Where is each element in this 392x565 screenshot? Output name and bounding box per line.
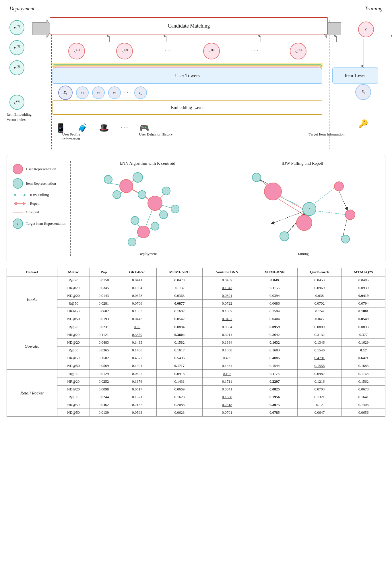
- idw-large-pink-2: [296, 215, 312, 231]
- retail-nd20-youtube: 0.0641: [203, 386, 252, 393]
- books-hr50-youtube: 0.1607: [203, 307, 252, 315]
- knn-pink-3: [137, 226, 150, 238]
- gowalla-nd50-mtmi-dnn: 0.1544: [252, 362, 297, 370]
- eL-circle: eL: [134, 86, 147, 99]
- col-metric: Metric: [57, 268, 90, 276]
- gowalla-hr50-metric: HR@50: [57, 354, 90, 362]
- vu-K: vu(K): [290, 43, 306, 59]
- gowalla-nd50: ND@50 0.0569 0.1494 0.1717 0.1434 0.1544…: [7, 362, 385, 370]
- legend-target: t Target Item Representation: [13, 218, 70, 229]
- gowalla-nd50-metric: ND@50: [57, 362, 90, 370]
- legend-repell-label: Repell: [30, 201, 40, 206]
- gowalla-hr50: HR@50 0.1582 0.4577 0.5496 0.439 0.4086 …: [7, 354, 385, 362]
- retail-r20-metric: R@20: [57, 370, 90, 378]
- books-r50-que2search: 0.0702: [297, 300, 341, 307]
- gowalla-r50-youtube: 0.1388: [203, 347, 252, 354]
- retail-nd50-que2search: 0.0647: [297, 409, 341, 417]
- knn-title: kNN Algorithm with K centroid: [120, 161, 175, 166]
- books-nd20-gru4rec: 0.0378: [118, 292, 156, 300]
- retail-nd50-gru4rec: 0.0593: [118, 409, 156, 417]
- retail-hr50-mtmi-gru: 0.2088: [156, 401, 203, 409]
- user-behavior-label: User Behavior History: [127, 132, 185, 137]
- results-table-wrapper: Dataset Metric Pop GRU4Rec MTMI-GRU Yout…: [7, 268, 385, 417]
- retail-r20-que2search: 0.0982: [297, 370, 341, 378]
- training-label: Training: [365, 6, 383, 12]
- books-nd20-metric: ND@20: [57, 292, 90, 300]
- books-nd20-youtube: 0.0391: [203, 292, 252, 300]
- e3-circle: e3: [108, 86, 121, 99]
- legend-grouped: Grouped: [13, 210, 70, 214]
- gowalla-r50-gru4rec: 0.1458: [118, 347, 156, 354]
- books-r50-mtmi-gru: 0.0877: [156, 300, 203, 307]
- retail-hr20-youtube: 0.1711: [203, 378, 252, 386]
- gowalla-r50: R@50 0.0365 0.1458 0.1617 0.1388 0.1603 …: [7, 347, 385, 354]
- gowalla-hr20-mtmi-gru: 0.3804: [156, 331, 203, 339]
- knn-teal-4: [138, 190, 146, 199]
- idw-bottom-label: Training: [296, 251, 308, 256]
- col-dataset: Dataset: [7, 268, 57, 276]
- svg-line-26: [313, 210, 347, 215]
- idw-column: IDW Pulling and Repell: [225, 161, 379, 256]
- legend-idw: IDW Pulling: [13, 193, 70, 197]
- gowalla-nd50-gru4rec: 0.1494: [118, 362, 156, 370]
- idw-title: IDW Pulling and Repell: [282, 161, 323, 166]
- retail-nd50-mtmi-q2s: 0.0656: [342, 409, 385, 417]
- books-hr50-mtmi-gru: 0.1607: [156, 307, 203, 315]
- retail-nd20-pop: 0.0098: [90, 386, 118, 393]
- books-hr20-mtmi-q2s: 0.0939: [342, 284, 385, 292]
- gowalla-hr50-pop: 0.1582: [90, 354, 118, 362]
- col-mtmi-q2s: MTMI-Q2S: [342, 268, 385, 276]
- svg-line-27: [274, 196, 304, 215]
- retail-nd50-mtmi-gru: 0.0623: [156, 409, 203, 417]
- gowalla-hr50-mtmi-dnn: 0.4086: [252, 354, 297, 362]
- books-r20-youtube: 0.0467: [203, 276, 252, 284]
- retail-nd50-metric: ND@50: [57, 409, 90, 417]
- legend-column: User Representation Item Representation …: [13, 161, 70, 256]
- gowalla-r50-que2search: 0.1546: [297, 347, 341, 354]
- legend-grouped-line: [13, 212, 23, 212]
- idw-teal-bottomleft: [280, 231, 289, 241]
- phone-icon: 📱: [55, 123, 66, 133]
- gowalla-r50-mtmi-q2s: 0.17: [342, 347, 385, 354]
- col-que2search: Que2Search: [297, 268, 341, 276]
- legend-pink-circle: [13, 164, 23, 174]
- gowalla-nd20-gru4rec: 0.1433: [118, 339, 156, 347]
- game-icon: 🎮: [139, 123, 149, 133]
- vi-column: vi(1) vi(2) vi(3) ⋮ vi(N): [9, 20, 24, 110]
- vi-1: vi(1): [9, 20, 24, 35]
- books-r20-que2search: 0.0453: [297, 276, 341, 284]
- books-r50: R@50 0.0281 0.0706 0.0877 0.0722 0.0686 …: [7, 300, 385, 307]
- knn-teal-8: [131, 216, 139, 225]
- gowalla-r20-mtmi-q2s: 0.0893: [342, 323, 385, 331]
- knn-canvas: [98, 169, 198, 249]
- gowalla-nd20-que2search: 0.1346: [297, 339, 341, 347]
- retail-r20-mtmi-gru: 0.0918: [156, 370, 203, 378]
- books-hr50-mtmi-dnn: 0.1594: [252, 307, 297, 315]
- gowalla-r20-mtmi-gru: 0.0884: [156, 323, 203, 331]
- bag-icon: 🧳: [77, 123, 88, 133]
- retail-hr20-metric: HR@20: [57, 378, 90, 386]
- books-nd50-mtmi-q2s: 0.0549: [342, 315, 385, 323]
- books-nd20-mtmi-q2s: 0.0419: [342, 292, 385, 300]
- idw-target-t: t: [302, 202, 316, 216]
- hat-icon: 🎩: [99, 123, 109, 133]
- vu-k: vu(k): [203, 43, 220, 59]
- idw-teal-bottomright: [341, 235, 350, 243]
- vu-dots2: · · ·: [251, 48, 258, 54]
- books-r20-pop: 0.0158: [90, 276, 118, 284]
- retail-hr50-gru4rec: 0.2132: [118, 401, 156, 409]
- col-pop: Pop: [90, 268, 118, 276]
- gowalla-nd20-mtmi-dnn: 0.1632: [252, 339, 297, 347]
- retail-nd50-pop: 0.0139: [90, 409, 118, 417]
- books-r20-mtmi-dnn: 0.049: [252, 276, 297, 284]
- gowalla-hr50-mtmi-q2s: 0.6471: [342, 354, 385, 362]
- knn-column: kNN Algorithm with K centroid: [70, 161, 225, 256]
- gowalla-r20-gru4rec: 0.09: [118, 323, 156, 331]
- retail-r50-que2search: 0.1321: [297, 393, 341, 401]
- retail-hr50-pop: 0.0462: [90, 401, 118, 409]
- books-hr20-que2search: 0.0969: [297, 284, 341, 292]
- left-dashed-line: [51, 20, 52, 149]
- retail-r20-youtube: 0.105: [203, 370, 252, 378]
- books-nd50-mtmi-dnn: 0.0404: [252, 315, 297, 323]
- retail-nd50-mtmi-dnn: 0.0785: [252, 409, 297, 417]
